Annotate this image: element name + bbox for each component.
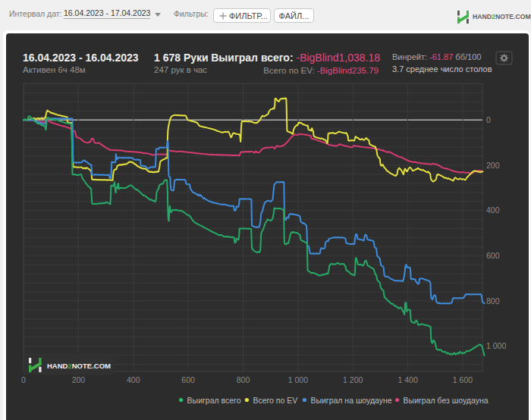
svg-text:400: 400: [127, 375, 140, 384]
svg-text:0: 0: [486, 115, 491, 124]
svg-text:800: 800: [237, 375, 250, 384]
svg-text:HAND2NOTE.COM: HAND2NOTE.COM: [473, 13, 531, 20]
svg-text:0: 0: [21, 375, 26, 384]
svg-text:400: 400: [486, 205, 500, 215]
svg-text:800: 800: [486, 296, 500, 306]
svg-text:Выиграл всего: Выиграл всего: [187, 396, 241, 405]
svg-text:600: 600: [181, 375, 195, 384]
svg-text:Выиграл без шоудауна: Выиграл без шоудауна: [404, 396, 489, 405]
svg-text:200: 200: [72, 375, 86, 384]
svg-text:1 400: 1 400: [397, 375, 417, 384]
svg-text:600: 600: [486, 251, 500, 260]
svg-text:1 000: 1 000: [288, 375, 308, 384]
svg-text:200: 200: [486, 161, 500, 170]
svg-text:1 200: 1 200: [343, 375, 363, 384]
svg-text:Выиграл на шоудауне: Выиграл на шоудауне: [310, 396, 391, 405]
svg-text:1 000: 1 000: [486, 341, 506, 350]
svg-text:1 600: 1 600: [453, 375, 473, 384]
svg-text:HAND2NOTE.COM: HAND2NOTE.COM: [47, 362, 111, 370]
svg-text:Всего по EV: Всего по EV: [253, 396, 297, 405]
